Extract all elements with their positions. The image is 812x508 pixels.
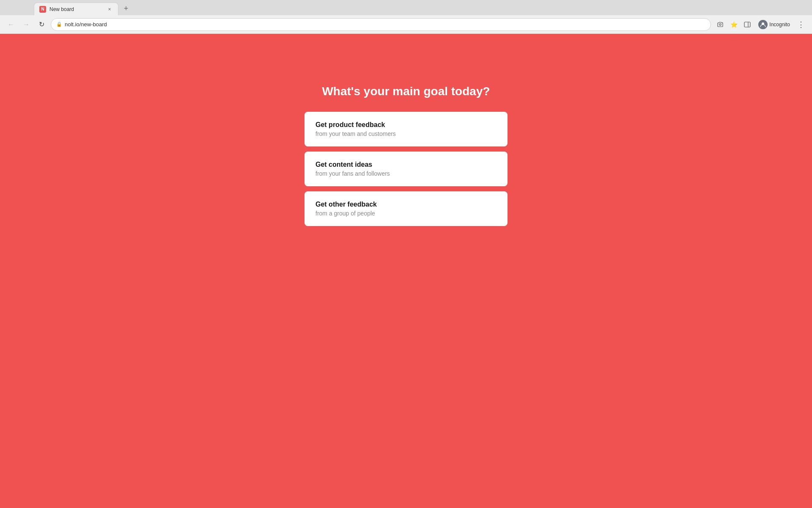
- option-other-feedback-subtitle: from a group of people: [315, 210, 497, 217]
- back-button[interactable]: ←: [5, 19, 17, 30]
- svg-rect-2: [744, 22, 750, 27]
- incognito-button[interactable]: Incognito: [755, 19, 793, 30]
- bookmark-button[interactable]: ⭐: [728, 19, 740, 30]
- lock-icon: 🔒: [56, 22, 62, 27]
- browser-menu-button[interactable]: ⋮: [795, 19, 807, 30]
- toolbar-actions: ⭐ Incognito ⋮: [714, 19, 807, 30]
- new-tab-button[interactable]: +: [120, 3, 132, 14]
- option-product-feedback-title: Get product feedback: [315, 121, 497, 129]
- tab-favicon: N: [39, 6, 46, 13]
- option-other-feedback-title: Get other feedback: [315, 201, 497, 208]
- incognito-avatar: [758, 20, 768, 29]
- browser-toolbar: ← → ↻ 🔒 nolt.io/new-board ⭐: [0, 15, 812, 34]
- url-text: nolt.io/new-board: [65, 21, 705, 28]
- tab-title: New board: [49, 6, 103, 12]
- option-content-ideas-subtitle: from your fans and followers: [315, 170, 497, 177]
- forward-button[interactable]: →: [20, 19, 32, 30]
- browser-window: N New board × + ← → ↻ 🔒 nolt.io/new-boar…: [0, 0, 812, 508]
- page-content: What's your main goal today? Get product…: [0, 34, 812, 508]
- options-container: Get product feedback from your team and …: [304, 112, 508, 226]
- option-content-ideas[interactable]: Get content ideas from your fans and fol…: [304, 152, 508, 186]
- address-bar[interactable]: 🔒 nolt.io/new-board: [51, 18, 711, 31]
- svg-line-1: [722, 22, 723, 23]
- tab-bar: N New board × +: [0, 0, 812, 15]
- option-content-ideas-title: Get content ideas: [315, 161, 497, 168]
- incognito-label: Incognito: [769, 22, 790, 28]
- camera-icon-button[interactable]: [714, 19, 726, 30]
- svg-point-0: [719, 23, 721, 25]
- option-other-feedback[interactable]: Get other feedback from a group of peopl…: [304, 191, 508, 226]
- sidebar-button[interactable]: [741, 19, 753, 30]
- tab-close-button[interactable]: ×: [106, 6, 113, 13]
- option-product-feedback[interactable]: Get product feedback from your team and …: [304, 112, 508, 146]
- reload-button[interactable]: ↻: [36, 19, 47, 30]
- page-heading: What's your main goal today?: [322, 85, 490, 98]
- active-tab[interactable]: N New board ×: [34, 3, 118, 15]
- option-product-feedback-subtitle: from your team and customers: [315, 130, 497, 137]
